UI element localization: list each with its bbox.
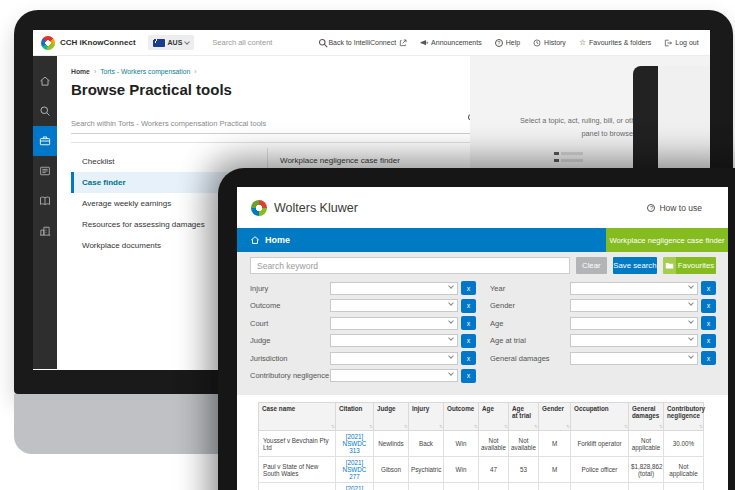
region-selector[interactable]: AUS [148,35,195,50]
cell-citation-link[interactable]: [2021] NSWDC 277 [336,457,374,483]
search-within-input[interactable] [71,117,479,134]
filter-clear-button[interactable]: x [461,299,476,313]
menu-item-help[interactable]: ? Help [495,39,520,47]
filter-clear-button[interactable]: x [701,334,716,348]
filter-select[interactable] [330,334,458,347]
filter-column-right: Year x Gender x [490,281,716,386]
search-icon[interactable] [318,34,328,52]
column-header[interactable]: Outcome ↑↓ [444,403,479,431]
filter-clear-button[interactable]: x [461,369,476,383]
clear-button[interactable]: Clear [576,257,607,274]
filter-select[interactable] [330,299,458,312]
tab-workplace-negligence-case-finder[interactable]: Workplace negligence case finder [606,228,728,252]
filter-clear-button[interactable]: x [461,334,476,348]
search-and-filters: Clear Save search Favourites In [237,252,728,395]
info-icon: ? [647,204,655,212]
filter-label: Outcome [250,301,330,310]
menu-item-back-to-intelliconnect[interactable]: Back to IntelliConnect [328,39,407,47]
help-icon: ? [495,39,503,47]
column-header[interactable]: Age at trial ↑↓ [509,403,539,431]
chevron-down-icon [688,300,694,306]
filter-select[interactable] [330,369,458,382]
sort-icon[interactable]: ↑↓ [369,423,372,429]
sidebar-item-library[interactable] [33,186,57,216]
chevron-down-icon [448,335,454,341]
sort-icon[interactable]: ↑↓ [404,423,407,429]
sidebar-item-news[interactable] [33,156,57,186]
panel-list-illustration [554,152,583,166]
column-header[interactable]: Contributory negligence ↑↓ [664,403,704,431]
column-header[interactable]: Citation ↑↓ [336,403,374,431]
filter-select[interactable] [330,282,458,295]
filter-label: General damages [490,354,570,363]
cell-citation-link[interactable]: [2021] NSWDC 313 [336,431,374,457]
table-row[interactable]: De Vries v JNC Group Australia Pty Limit… [259,483,704,490]
filter-label: Age at trial [490,336,570,345]
filter-clear-button[interactable]: x [701,316,716,330]
cell-general-damages: $240,500 [629,483,664,490]
cell-occupation: Police officer [571,457,629,483]
table-row[interactable]: Paul v State of New South Wales [2021] N… [259,457,704,483]
filter-select[interactable] [570,282,698,295]
cell-case-name: De Vries v JNC Group Australia Pty Limit… [259,483,336,490]
sidebar-item-search[interactable] [33,96,57,126]
breadcrumb-home[interactable]: Home [71,68,90,75]
sidebar-item-practical-tools[interactable] [33,126,57,156]
cch-iknowconnect-logo [41,36,55,50]
menu-item-history[interactable]: History [533,39,566,47]
column-header[interactable]: General damages ↑↓ [629,403,664,431]
how-to-use-link[interactable]: ? How to use [647,203,702,213]
cell-judge: Elkaim [374,483,409,490]
column-header[interactable]: Occupation ↑↓ [571,403,629,431]
sort-icon[interactable]: ↑↓ [534,423,537,429]
filter-clear-button[interactable]: x [701,281,716,295]
sort-icon[interactable]: ↑↓ [659,423,662,429]
filter-clear-button[interactable]: x [461,351,476,365]
filter-select[interactable] [570,352,698,365]
chevron-down-icon [688,283,694,289]
filter-clear-button[interactable]: x [461,281,476,295]
table-row[interactable]: Youssef v Bevchain Pty Ltd [2021] NSWDC … [259,431,704,457]
filter-clear-button[interactable]: x [461,316,476,330]
sort-icon[interactable]: ↑↓ [504,423,507,429]
detail-link[interactable]: Workplace negligence case finder [280,156,400,165]
sort-icon[interactable]: ↑↓ [566,423,569,429]
filter-select[interactable] [570,334,698,347]
sort-icon[interactable]: ↑↓ [331,423,334,429]
column-header[interactable]: Judge ↑↓ [374,403,409,431]
menu-item-favourites[interactable]: ☆ Favourites & folders [579,39,651,47]
cell-age-at-trial: 53 [509,457,539,483]
filter-label: Age [490,319,570,328]
cell-citation-link[interactable]: [2021] NSWSC 777 [336,483,374,490]
cell-outcome: Win [444,483,479,490]
filter-label: Gender [490,301,570,310]
column-header[interactable]: Gender ↑↓ [539,403,571,431]
menu-item-announcements[interactable]: Announcements [420,39,482,47]
sort-icon[interactable]: ↑↓ [699,423,702,429]
cell-occupation: Forklift operator [571,431,629,457]
nav-home[interactable]: Home [265,235,290,245]
menu-item-logout[interactable]: Log out [664,39,698,47]
sort-icon[interactable]: ↑↓ [439,423,442,429]
column-header[interactable]: Injury ↑↓ [409,403,444,431]
home-icon [39,75,51,87]
chevron-down-icon [448,318,454,324]
sort-icon[interactable]: ↑↓ [474,423,477,429]
filter-clear-button[interactable]: x [701,351,716,365]
book-icon [39,195,51,207]
sort-icon[interactable]: ↑↓ [624,423,627,429]
column-header[interactable]: Case name ↑↓ [259,403,336,431]
filter-select[interactable] [330,317,458,330]
keyword-search-input[interactable] [250,257,570,274]
filter-select[interactable] [570,299,698,312]
favourites-button[interactable]: Favourites [663,257,716,274]
sidebar-item-organisation[interactable] [33,216,57,246]
sidebar-item-home[interactable] [33,66,57,96]
global-search-input[interactable]: Search all content [212,38,272,47]
filter-select[interactable] [570,317,698,330]
filter-select[interactable] [330,352,458,365]
filter-clear-button[interactable]: x [701,299,716,313]
column-header[interactable]: Age ↑↓ [479,403,509,431]
breadcrumb-section[interactable]: Torts - Workers compensation [100,68,190,75]
save-search-button[interactable]: Save search [613,257,657,274]
